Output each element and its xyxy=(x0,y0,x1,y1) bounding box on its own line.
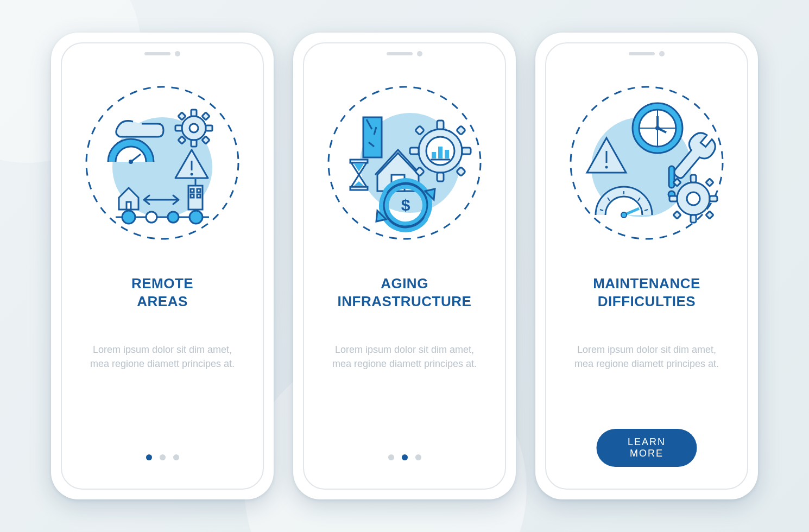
phone-mockup-2: $ AGING INFRASTRUCTURE Lorem ipsum dolor… xyxy=(293,33,516,499)
svg-rect-35 xyxy=(437,121,444,129)
svg-rect-30 xyxy=(363,117,382,157)
svg-rect-36 xyxy=(437,173,444,181)
svg-rect-6 xyxy=(175,125,182,131)
phone-mockup-3: MAINTENANCE DIFFICULTIES Lorem ipsum dol… xyxy=(535,33,758,499)
svg-rect-70 xyxy=(673,211,681,219)
svg-point-27 xyxy=(189,211,203,224)
phone-row: REMOTE AREAS Lorem ipsum dolor sit dim a… xyxy=(0,33,809,499)
remote-areas-icon xyxy=(81,81,244,244)
svg-rect-71 xyxy=(706,211,713,219)
camera-dot xyxy=(175,51,180,56)
learn-more-button[interactable]: LEARN MORE xyxy=(597,429,697,467)
svg-rect-5 xyxy=(191,140,197,147)
aging-infrastructure-icon: $ xyxy=(323,81,486,244)
speaker-slot xyxy=(629,52,655,55)
svg-point-24 xyxy=(122,211,135,224)
phone-notch xyxy=(387,51,422,56)
screen-body: Lorem ipsum dolor sit dim amet, mea regi… xyxy=(304,343,505,371)
svg-rect-9 xyxy=(202,112,210,120)
svg-rect-65 xyxy=(691,215,696,223)
svg-rect-7 xyxy=(206,125,212,131)
maintenance-difficulties-icon xyxy=(565,81,728,244)
svg-point-3 xyxy=(189,124,198,132)
svg-text:$: $ xyxy=(401,196,410,214)
phone-notch xyxy=(144,51,180,56)
screen-body: Lorem ipsum dolor sit dim amet, mea regi… xyxy=(62,343,263,371)
svg-point-59 xyxy=(605,166,608,169)
phone-mockup-1: REMOTE AREAS Lorem ipsum dolor sit dim a… xyxy=(51,33,274,499)
speaker-slot xyxy=(387,52,413,55)
svg-rect-21 xyxy=(197,194,200,198)
svg-point-25 xyxy=(146,212,157,223)
svg-rect-4 xyxy=(191,110,197,116)
svg-point-13 xyxy=(129,160,133,164)
svg-rect-45 xyxy=(438,147,443,159)
svg-rect-38 xyxy=(462,148,471,154)
dot[interactable] xyxy=(173,454,179,460)
svg-rect-19 xyxy=(197,189,200,192)
speaker-slot xyxy=(144,52,170,55)
dot[interactable] xyxy=(146,454,152,460)
screen-body: Lorem ipsum dolor sit dim amet, mea regi… xyxy=(546,343,747,371)
page-indicator xyxy=(304,454,505,460)
svg-rect-20 xyxy=(191,194,194,198)
phone-screen: $ AGING INFRASTRUCTURE Lorem ipsum dolor… xyxy=(303,42,506,490)
page-indicator xyxy=(62,454,263,460)
svg-rect-40 xyxy=(457,126,466,135)
svg-rect-18 xyxy=(191,189,194,192)
svg-rect-64 xyxy=(691,175,696,182)
screen-title: AGING INFRASTRUCTURE xyxy=(338,275,472,310)
phone-notch xyxy=(629,51,665,56)
svg-point-78 xyxy=(621,212,627,218)
svg-point-15 xyxy=(191,173,193,176)
dot[interactable] xyxy=(402,454,408,460)
phone-screen: REMOTE AREAS Lorem ipsum dolor sit dim a… xyxy=(61,42,264,490)
svg-rect-46 xyxy=(445,150,449,159)
svg-point-26 xyxy=(168,212,179,223)
dot[interactable] xyxy=(388,454,394,460)
svg-rect-66 xyxy=(669,196,677,201)
svg-rect-67 xyxy=(710,196,717,201)
svg-rect-8 xyxy=(178,112,186,120)
svg-rect-69 xyxy=(706,179,713,186)
dot[interactable] xyxy=(160,454,166,460)
svg-rect-16 xyxy=(127,202,131,210)
screen-title: MAINTENANCE DIFFICULTIES xyxy=(593,275,700,310)
camera-dot xyxy=(659,51,665,56)
svg-point-63 xyxy=(687,192,700,205)
svg-rect-60 xyxy=(669,166,674,188)
svg-rect-37 xyxy=(410,148,419,154)
phone-screen: MAINTENANCE DIFFICULTIES Lorem ipsum dol… xyxy=(545,42,748,490)
svg-point-57 xyxy=(655,126,660,130)
dot[interactable] xyxy=(415,454,421,460)
camera-dot xyxy=(417,51,422,56)
screen-title: REMOTE AREAS xyxy=(131,275,193,310)
svg-rect-44 xyxy=(432,152,436,159)
